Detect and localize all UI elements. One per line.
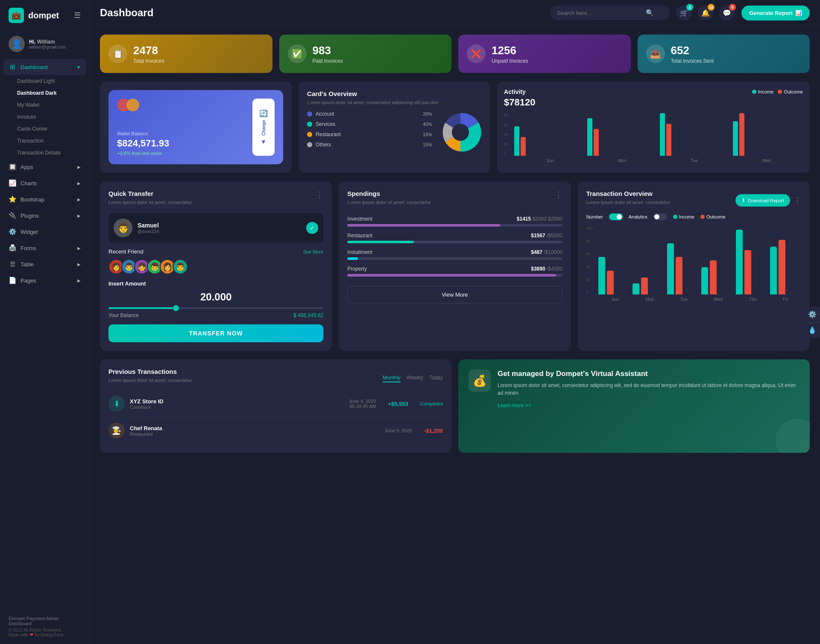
txn-bar-group-sun	[598, 257, 630, 294]
wallet-change: +0.8% than last week	[117, 151, 247, 156]
username: William	[37, 39, 55, 45]
paid-invoices-label: Paid Invoices	[313, 58, 343, 64]
plugins-icon: 🔌	[9, 212, 16, 219]
dots-menu-spendings[interactable]: ⋮	[555, 190, 562, 199]
settings-widget-button[interactable]: ⚙️	[805, 307, 820, 322]
chevron-right-icon: ▶	[77, 262, 81, 267]
sidebar-item-label: Apps	[20, 164, 33, 170]
download-report-button[interactable]: ⬇ Download Report	[735, 194, 790, 207]
amount-display: 20.000	[108, 291, 323, 303]
sub-item-transaction-details[interactable]: Transaction Details	[0, 147, 89, 159]
transfer-user-name: Samuel	[138, 222, 159, 229]
spendings-title: Spendings	[347, 190, 431, 197]
sidebar-item-bootstrap[interactable]: ⭐ Bootstrap ▶	[0, 191, 89, 207]
sidebar-item-charts[interactable]: 📈 Charts ▶	[0, 175, 89, 191]
sidebar-item-table[interactable]: ☰ Table ▶	[0, 256, 89, 272]
card-circle-orange	[126, 99, 139, 111]
sidebar-item-forms[interactable]: 🖨️ Forms ▶	[0, 240, 89, 256]
bar-income-wed	[733, 121, 738, 156]
bar-chart	[514, 113, 803, 156]
change-btn-text: Change	[261, 120, 266, 136]
chevron-right-icon: ▶	[77, 246, 81, 251]
outcome-legend: Outcome	[778, 89, 803, 94]
slider-thumb[interactable]	[173, 305, 179, 311]
sidebar-item-pages[interactable]: 📄 Pages ▶	[0, 272, 89, 288]
notification-button[interactable]: 🔔 12	[698, 5, 713, 20]
bootstrap-icon: ⭐	[9, 195, 16, 203]
txn-bar-outcome-tue	[676, 257, 682, 294]
search-box: 🔍	[550, 6, 670, 20]
sidebar-item-apps[interactable]: 🔲 Apps ▶	[0, 159, 89, 175]
va-icon: 💰	[469, 370, 491, 392]
bar-group-mon	[587, 118, 657, 156]
total-invoices-value: 2478	[133, 44, 164, 57]
analytics-toggle-off[interactable]	[653, 213, 667, 220]
txn-outcome-label: Outcome	[706, 214, 726, 219]
sub-item-invoices[interactable]: Invoices	[0, 111, 89, 123]
cart-button[interactable]: 🛒 2	[676, 5, 692, 20]
hamburger-menu[interactable]: ☰	[74, 11, 81, 20]
filter-tab-today[interactable]: Today	[429, 375, 443, 382]
change-button[interactable]: 🔄 Change ▼	[252, 99, 275, 156]
spending-amount-installment: $487 /$10000	[531, 249, 562, 255]
txn-bars	[598, 226, 801, 294]
sub-item-dashboard-dark[interactable]: Dashboard Dark	[0, 87, 89, 99]
activity-chart: 806040200	[504, 113, 803, 163]
va-learn-more-link[interactable]: Learn more >>	[498, 402, 531, 408]
bar-income-sun	[514, 126, 519, 156]
bar-labels: SunMonTueWed	[514, 158, 803, 163]
dots-menu-txn[interactable]: ⋮	[794, 196, 801, 205]
card-overview-title: Card's Overview	[307, 90, 482, 97]
check-icon: ✓	[306, 222, 318, 234]
spending-amount-investment: $1415 $2000 $2000	[517, 216, 562, 222]
wallet-balance-label: Wallet Balance	[117, 131, 247, 136]
txn-bar-group-mon	[633, 277, 664, 294]
txn-bar-income-wed	[701, 267, 708, 294]
unpaid-invoices-label: Unpaid Invoices	[492, 58, 528, 64]
message-button[interactable]: 💬 5	[719, 5, 735, 20]
sub-item-transaction[interactable]: Transaction	[0, 135, 89, 147]
outcome-dot	[778, 90, 782, 94]
txn-overview-title: Transaction Overview	[586, 190, 670, 197]
filter-tabs: Monthly Weekly Today	[383, 375, 443, 382]
sidebar-item-dashboard[interactable]: ⊞ Dashboard ▼	[3, 59, 86, 75]
insert-amount-label: Insert Amount	[108, 280, 323, 287]
txn-bar-income-thu	[736, 230, 743, 294]
charts-icon: 📈	[9, 179, 16, 187]
sub-item-cards-center[interactable]: Cards Center	[0, 123, 89, 135]
dashboard-icon: ⊞	[9, 63, 16, 71]
filter-tab-weekly[interactable]: Weekly	[407, 375, 423, 382]
sub-item-dashboard-light[interactable]: Dashboard Light	[0, 75, 89, 87]
sub-item-my-wallet[interactable]: My Wallet	[0, 99, 89, 111]
filter-tab-monthly[interactable]: Monthly	[383, 375, 401, 382]
search-input[interactable]	[557, 10, 642, 16]
wallet-section: Wallet Balance $824,571.93 +0.8% than la…	[100, 82, 292, 173]
dots-menu-quick-transfer[interactable]: ⋮	[316, 190, 323, 199]
total-invoices-content: 2478 Total Invoices	[133, 44, 164, 64]
txn-bar-outcome-mon	[641, 277, 648, 294]
spending-amount-restaurant: $1567 /$5000	[531, 233, 562, 239]
recent-friend-label: Recent Friend	[108, 248, 144, 255]
sidebar-item-widget[interactable]: ⚙️ Widget	[0, 224, 89, 240]
txn-income-legend: Income	[673, 214, 694, 219]
friend-avatar-6: 👨	[173, 259, 188, 274]
txn-bar-income-fri	[770, 247, 777, 294]
view-more-button[interactable]: View More	[347, 286, 562, 303]
user-info: Hi, William william@gmail.com	[29, 39, 66, 50]
txn-icon-xyz: ⬇	[108, 396, 125, 412]
transfer-avatar: 👨	[114, 219, 132, 237]
txn-icon-chef: 👩‍🍳	[108, 423, 125, 439]
wallet-card: Wallet Balance $824,571.93 +0.8% than la…	[108, 90, 283, 164]
generate-report-button[interactable]: Generate Report 📊	[741, 6, 810, 20]
spending-bar-restaurant	[347, 241, 562, 243]
sidebar-item-plugins[interactable]: 🔌 Plugins ▶	[0, 207, 89, 224]
spending-name-investment: Investment	[347, 216, 372, 222]
forms-icon: 🖨️	[9, 244, 16, 252]
user-email: william@gmail.com	[29, 45, 66, 50]
see-more-link[interactable]: See More	[303, 249, 324, 254]
transfer-now-button[interactable]: TRANSFER NOW	[108, 324, 323, 342]
theme-widget-button[interactable]: 💧	[805, 322, 820, 338]
spending-property: Property $3890 /$4000	[347, 266, 562, 277]
analytics-toggle[interactable]	[609, 213, 623, 220]
txn-bar-chart: 100806040200	[586, 226, 801, 303]
